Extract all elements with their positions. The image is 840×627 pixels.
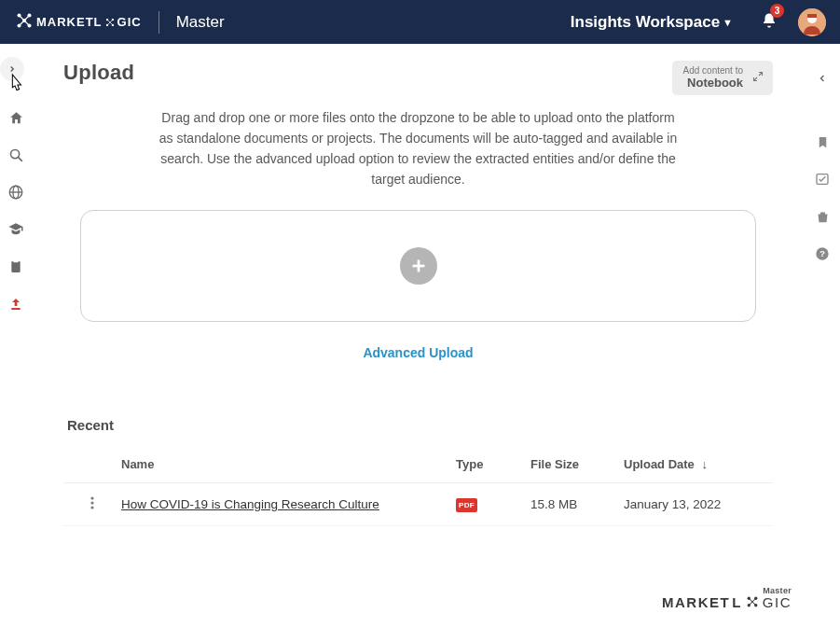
document-name-link[interactable]: How COVID-19 is Changing Research Cultur… bbox=[121, 497, 379, 511]
svg-point-18 bbox=[10, 149, 19, 158]
notification-count-badge: 3 bbox=[770, 4, 784, 18]
notifications-button[interactable]: 3 bbox=[761, 12, 778, 33]
main-content: Upload Add content to Notebook Drag and … bbox=[32, 44, 805, 627]
bookmark-icon[interactable] bbox=[814, 133, 831, 150]
footer-logo-o-icon bbox=[744, 593, 761, 610]
svg-point-35 bbox=[90, 507, 93, 509]
svg-rect-25 bbox=[11, 308, 20, 310]
col-header-name[interactable]: Name bbox=[121, 457, 456, 471]
advanced-upload-link[interactable]: Advanced Upload bbox=[363, 345, 473, 360]
caret-down-icon: ▼ bbox=[723, 17, 733, 28]
recent-heading: Recent bbox=[67, 417, 773, 433]
notebook-small-label: Add content to bbox=[683, 65, 744, 77]
brand-logo[interactable]: MARKET L GIC bbox=[14, 10, 142, 34]
nav-clipboard[interactable] bbox=[7, 258, 24, 275]
footer-brand-logo: Master MARKET L GIC bbox=[662, 586, 792, 610]
table-header-row: Name Type File Size Upload Date ↓ bbox=[63, 450, 773, 483]
tenant-name[interactable]: Master bbox=[176, 13, 225, 32]
svg-rect-23 bbox=[11, 261, 20, 272]
footer-brand-prefix: MARKET bbox=[662, 594, 730, 610]
svg-point-33 bbox=[90, 497, 93, 500]
logo-dots-icon bbox=[14, 10, 34, 34]
svg-line-19 bbox=[18, 157, 21, 160]
row-actions-menu[interactable] bbox=[90, 496, 94, 512]
expand-arrows-icon bbox=[752, 69, 764, 86]
user-avatar[interactable] bbox=[798, 8, 826, 36]
trash-icon[interactable] bbox=[814, 208, 831, 225]
nav-globe[interactable] bbox=[7, 184, 24, 201]
workspace-dropdown[interactable]: Insights Workspace ▼ bbox=[571, 13, 733, 32]
svg-line-8 bbox=[24, 21, 30, 26]
bell-icon bbox=[761, 16, 778, 32]
help-icon[interactable]: ? bbox=[814, 245, 831, 262]
left-nav-sidebar bbox=[0, 44, 32, 627]
brand-text-gic: GIC bbox=[117, 15, 142, 29]
recent-uploads-table: Name Type File Size Upload Date ↓ How CO… bbox=[63, 450, 773, 526]
nav-upload[interactable] bbox=[7, 296, 24, 313]
right-utility-sidebar: ? bbox=[805, 44, 840, 627]
brand-text-prefix: MARKET bbox=[36, 15, 94, 29]
svg-rect-24 bbox=[13, 260, 18, 263]
svg-line-6 bbox=[24, 16, 30, 21]
svg-rect-17 bbox=[807, 14, 817, 18]
plus-icon bbox=[400, 247, 437, 285]
sidebar-expand-button[interactable] bbox=[0, 57, 24, 81]
col-header-type[interactable]: Type bbox=[456, 457, 530, 471]
file-size-value: 15.8 MB bbox=[530, 497, 624, 511]
right-collapse-button[interactable] bbox=[814, 70, 831, 87]
app-header: MARKET L GIC Master Insights Workspace ▼… bbox=[0, 0, 840, 44]
upload-dropzone[interactable] bbox=[80, 210, 756, 322]
upload-instructions: Drag and drop one or more files onto the… bbox=[158, 108, 680, 189]
nav-home[interactable] bbox=[7, 109, 24, 126]
add-to-notebook-button[interactable]: Add content to Notebook bbox=[672, 61, 774, 95]
svg-text:?: ? bbox=[819, 249, 825, 258]
brand-text-l: L bbox=[94, 15, 103, 29]
col-header-date[interactable]: Upload Date ↓ bbox=[624, 457, 773, 471]
table-row: How COVID-19 is Changing Research Cultur… bbox=[63, 483, 773, 526]
svg-line-5 bbox=[20, 16, 25, 21]
logo-o-icon bbox=[103, 16, 117, 29]
page-title: Upload bbox=[63, 61, 134, 85]
footer-brand-l: L bbox=[732, 594, 742, 610]
nav-search[interactable] bbox=[7, 146, 24, 163]
tasks-icon[interactable] bbox=[814, 171, 831, 188]
logo-divider bbox=[158, 11, 159, 34]
svg-line-7 bbox=[20, 21, 25, 26]
notebook-large-label: Notebook bbox=[687, 77, 743, 91]
svg-point-34 bbox=[90, 502, 93, 505]
nav-learn[interactable] bbox=[7, 221, 24, 238]
file-type-badge: PDF bbox=[456, 498, 477, 512]
upload-date-value: January 13, 2022 bbox=[624, 497, 773, 511]
footer-brand-gic: GIC bbox=[763, 594, 792, 610]
col-header-date-label: Upload Date bbox=[624, 457, 695, 471]
sort-descending-icon: ↓ bbox=[701, 457, 708, 471]
col-header-size[interactable]: File Size bbox=[530, 457, 624, 471]
workspace-label: Insights Workspace bbox=[571, 13, 720, 32]
